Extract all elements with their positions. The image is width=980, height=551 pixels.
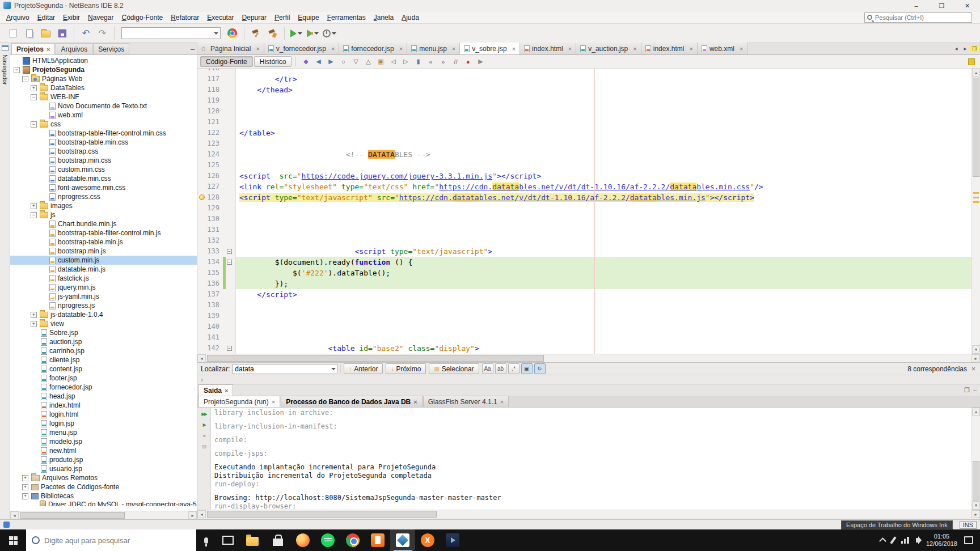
windows-ink-icon[interactable] — [890, 536, 896, 544]
history-view-button[interactable]: Histórico — [254, 56, 292, 67]
tab-web-xml[interactable]: web.xml — [698, 43, 747, 54]
project-configuration-select[interactable] — [121, 27, 221, 39]
regex-toggle[interactable]: .* — [508, 363, 519, 374]
tab-menu-jsp[interactable]: menu.jsp — [407, 43, 460, 54]
tree-item-auction-jsp[interactable]: auction.jsp — [10, 337, 197, 346]
maximize-button[interactable] — [929, 0, 954, 11]
notification-icon[interactable] — [3, 522, 10, 528]
file-explorer-icon[interactable] — [240, 529, 265, 551]
menu-item-arquivo[interactable]: Arquivo — [2, 12, 33, 23]
code-text[interactable] — [236, 311, 971, 321]
find-match-mark[interactable] — [973, 192, 979, 194]
code-text[interactable] — [236, 138, 971, 149]
find-selection-icon[interactable]: ○ — [337, 56, 349, 67]
tree-item-custom-min-css[interactable]: custom.min.css — [10, 165, 197, 174]
tree-item-driver-jdbc-do-mysql-mysql-connector-java-5-1-23[interactable]: Driver JDBC do MySQL - mysql-connector-j… — [10, 501, 197, 506]
tab-v-fornecedor-jsp[interactable]: v_fornecedor.jsp — [264, 43, 340, 54]
tree-item-chart-bundle-min-js[interactable]: Chart.bundle.min.js — [10, 219, 197, 228]
new-project-icon[interactable] — [22, 26, 37, 41]
close-icon[interactable] — [568, 45, 572, 52]
code-text[interactable] — [236, 203, 971, 214]
scroll-tabs-left-icon[interactable] — [952, 45, 961, 52]
tree-item-view[interactable]: +view — [10, 319, 197, 328]
find-next-button[interactable]: ↓Próximo — [386, 363, 426, 374]
tree-item-nprogress-css[interactable]: nprogress.css — [10, 192, 197, 201]
output-window-tab[interactable]: Saída — [198, 384, 233, 396]
tab-glassfish-server-4-1-1[interactable]: GlassFish Server 4.1.1 — [423, 396, 509, 407]
code-text[interactable]: <script src="https://code.jquery.com/jqu… — [236, 171, 971, 181]
tab-processo-do-banco-de-dados-java-db[interactable]: Processo do Banco de Dados Java DB — [281, 396, 423, 407]
code-text[interactable]: <!-- DATATABLES --> — [236, 149, 971, 160]
scroll-left-icon[interactable] — [197, 354, 206, 362]
code-text[interactable]: }); — [236, 278, 971, 289]
tree-item-modelo-jsp[interactable]: modelo.jsp — [10, 437, 197, 446]
tree-item-bootstrap-table-min-js[interactable]: bootstrap-table.min.js — [10, 238, 197, 247]
whole-words-toggle[interactable]: ab — [495, 363, 506, 374]
code-editor[interactable]: 116117 </tr>118 </thead>119120121122</ta… — [197, 69, 980, 354]
close-icon[interactable] — [256, 45, 259, 52]
code-text[interactable] — [236, 300, 971, 311]
action-center-icon[interactable] — [964, 536, 973, 544]
code-text[interactable]: <table id="base2" class="display"> — [236, 343, 971, 354]
expander-icon[interactable]: + — [31, 312, 37, 318]
build-project-icon[interactable] — [248, 26, 264, 41]
store-icon[interactable] — [265, 529, 290, 551]
scrollbar-thumb[interactable] — [207, 355, 544, 362]
fold-icon[interactable]: − — [227, 260, 232, 265]
expander-icon[interactable]: − — [22, 76, 28, 82]
scroll-up-icon[interactable] — [972, 69, 980, 77]
dark-app-icon[interactable] — [440, 529, 465, 551]
tab-arquivos[interactable]: Arquivos — [56, 43, 92, 54]
tree-item-projetosegunda[interactable]: −ProjetoSegunda — [10, 65, 197, 74]
back-icon[interactable]: ◀ — [312, 56, 324, 67]
close-icon[interactable] — [399, 45, 403, 52]
scroll-down-icon[interactable] — [972, 345, 980, 354]
tree-item-usuario-jsp[interactable]: usuario.jsp — [10, 464, 197, 473]
close-icon[interactable] — [331, 45, 335, 52]
taskbar-search-input[interactable] — [44, 536, 180, 545]
code-text[interactable] — [236, 160, 971, 171]
code-text[interactable] — [236, 69, 971, 74]
tree-item-bibliotecas[interactable]: +Bibliotecas — [10, 491, 197, 501]
orange-app-icon[interactable] — [365, 529, 390, 551]
expander-icon[interactable]: − — [31, 212, 37, 218]
tree-item-index-html[interactable]: index.html — [10, 401, 197, 410]
output-vertical-scrollbar[interactable] — [971, 408, 980, 510]
run-project-icon[interactable] — [289, 26, 304, 41]
tab-index-html[interactable]: index.html — [520, 43, 576, 54]
navigator-tab[interactable]: Navegador — [2, 54, 9, 85]
last-edit-position-icon[interactable]: ◆ — [300, 56, 311, 67]
code-text[interactable] — [236, 321, 971, 332]
tree-item-html5application[interactable]: HTML5Application — [10, 56, 197, 65]
next-bookmark-icon[interactable]: ▷ — [400, 56, 411, 67]
expander-icon[interactable]: + — [22, 484, 28, 490]
run-macro-icon[interactable]: ▶ — [475, 56, 486, 67]
match-case-toggle[interactable]: Aa — [482, 363, 493, 374]
tab-p-gina-inicial[interactable]: ⌂Página Inicial — [197, 43, 264, 54]
tree-item-datatable-min-css[interactable]: datatable.min.css — [10, 174, 197, 183]
tree-item-font-awesome-min-css[interactable]: font-awesome.min.css — [10, 183, 197, 192]
new-file-icon[interactable] — [5, 26, 20, 41]
tree-item-novo-documento-de-texto-txt[interactable]: Novo Documento de Texto.txt — [10, 101, 197, 111]
tree-item-web-xml[interactable]: web.xml — [10, 111, 197, 120]
clean-and-build-icon[interactable] — [265, 26, 280, 41]
tab-projetos[interactable]: Projetos — [11, 43, 55, 54]
taskbar-search[interactable] — [26, 529, 196, 551]
file-warnings-status-icon[interactable] — [968, 58, 975, 65]
close-button[interactable] — [954, 0, 980, 11]
tree-item-bootstrap-min-js[interactable]: bootstrap.min.js — [10, 247, 197, 256]
tree-item-js-yaml-min-js[interactable]: js-yaml.min.js — [10, 292, 197, 301]
scroll-right-icon[interactable] — [971, 354, 980, 362]
code-text[interactable]: $('#222').dataTable(); — [236, 268, 971, 278]
scrollbar-thumb[interactable] — [973, 78, 979, 177]
tree-item-bootstrap-css[interactable]: bootstrap.css — [10, 147, 197, 156]
editor-horizontal-scrollbar[interactable] — [197, 354, 980, 362]
expander-icon[interactable]: + — [31, 321, 37, 327]
tree-item-fastclick-js[interactable]: fastclick.js — [10, 274, 197, 283]
tree-item-carrinho-jsp[interactable]: carrinho.jsp — [10, 346, 197, 355]
code-text[interactable] — [236, 95, 971, 106]
output-settings-icon[interactable]: ▤ — [199, 442, 209, 451]
quick-search[interactable] — [864, 12, 972, 23]
expander-icon[interactable]: + — [22, 475, 28, 481]
tree-item-images[interactable]: +images — [10, 201, 197, 210]
